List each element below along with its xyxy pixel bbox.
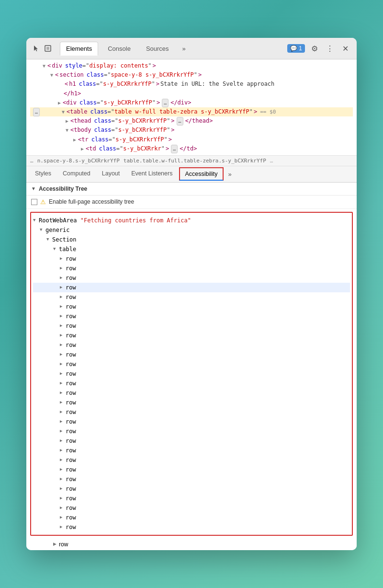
tree-node-row-7[interactable]: row bbox=[33, 311, 350, 321]
source-line-5[interactable]: <div class="s-y_bCXRrkrYfP" > … </div> bbox=[30, 98, 353, 107]
row20-triangle[interactable] bbox=[60, 438, 66, 444]
expand-triangle-1[interactable] bbox=[43, 62, 45, 70]
root-triangle[interactable] bbox=[33, 217, 39, 224]
source-line-3[interactable]: <h1 class="s-y_bCXRrkrYfP" > State in UR… bbox=[30, 80, 353, 89]
row25-triangle[interactable] bbox=[60, 485, 66, 492]
tree-node-row-15[interactable]: row bbox=[33, 388, 350, 398]
row19-triangle[interactable] bbox=[60, 428, 66, 435]
tree-node-row-6[interactable]: row bbox=[33, 302, 350, 311]
ellipsis-5[interactable]: … bbox=[162, 99, 169, 107]
tree-node-row-20[interactable]: row bbox=[33, 436, 350, 446]
row8-triangle[interactable] bbox=[60, 323, 66, 329]
row-last-triangle[interactable] bbox=[53, 541, 59, 548]
row3-triangle[interactable] bbox=[60, 275, 66, 281]
tree-node-root[interactable]: RootWebArea "Fetching countries from Afr… bbox=[33, 216, 350, 225]
ellipsis-7[interactable]: … bbox=[177, 117, 183, 126]
tree-node-row-24[interactable]: row bbox=[33, 474, 350, 484]
tree-node-row-22[interactable]: row bbox=[33, 455, 350, 465]
source-line-2[interactable]: <section class="space-y-8 s-y_bCXRrkrYfP… bbox=[30, 70, 353, 80]
row18-triangle[interactable] bbox=[60, 418, 66, 425]
tree-node-table[interactable]: table bbox=[33, 244, 350, 254]
expand-triangle-2[interactable] bbox=[50, 71, 53, 79]
tree-node-row-27[interactable]: row bbox=[33, 503, 350, 513]
row29-triangle[interactable] bbox=[60, 524, 66, 530]
inspect-icon[interactable] bbox=[44, 44, 52, 53]
source-line-7[interactable]: <thead class="s-y_bCXRrkrYfP" > … </thea… bbox=[30, 116, 353, 126]
sub-tab-more-btn[interactable]: » bbox=[225, 168, 235, 180]
settings-button[interactable]: ⚙ bbox=[309, 43, 320, 54]
breadcrumb-dots[interactable]: … bbox=[30, 158, 34, 164]
tree-node-row-19[interactable]: row bbox=[33, 427, 350, 436]
expand-triangle-9[interactable] bbox=[73, 136, 76, 144]
row22-triangle[interactable] bbox=[60, 457, 66, 463]
breadcrumb-item-1[interactable]: n.space-y-8.s-y_bCXRrkrYfP bbox=[37, 158, 120, 164]
cursor-icon[interactable] bbox=[32, 44, 41, 53]
message-badge[interactable]: 💬 1 bbox=[287, 44, 305, 53]
row6-triangle[interactable] bbox=[60, 303, 66, 310]
tree-node-row-2[interactable]: row bbox=[33, 264, 350, 273]
tree-node-row-9[interactable]: row bbox=[33, 331, 350, 340]
source-line-1[interactable]: <div style="display: contents" > bbox=[30, 61, 353, 70]
tree-node-row-17[interactable]: row bbox=[33, 407, 350, 417]
expand-triangle-8[interactable] bbox=[66, 127, 68, 134]
tab-styles[interactable]: Styles bbox=[30, 168, 56, 180]
row17-triangle[interactable] bbox=[60, 409, 66, 415]
tree-node-row-25[interactable]: row bbox=[33, 484, 350, 494]
tree-node-row-12[interactable]: row bbox=[33, 359, 350, 369]
row12-triangle[interactable] bbox=[60, 361, 66, 368]
tab-more-btn[interactable]: » bbox=[179, 42, 190, 55]
tree-node-row-28[interactable]: row bbox=[33, 513, 350, 522]
breadcrumb-item-2[interactable]: table.table.w-full.table-zebra.s-y_bCXRr… bbox=[124, 158, 266, 164]
tree-node-row-11[interactable]: row bbox=[33, 350, 350, 359]
row28-triangle[interactable] bbox=[60, 514, 66, 521]
row24-triangle[interactable] bbox=[60, 476, 66, 483]
tree-node-row-8[interactable]: row bbox=[33, 321, 350, 331]
tree-node-generic[interactable]: generic bbox=[33, 225, 350, 235]
section-triangle[interactable] bbox=[46, 236, 52, 243]
row5-triangle[interactable] bbox=[60, 294, 66, 300]
row13-triangle[interactable] bbox=[60, 370, 66, 377]
row16-triangle[interactable] bbox=[60, 399, 66, 406]
enable-checkbox[interactable] bbox=[31, 199, 37, 205]
generic-triangle[interactable] bbox=[40, 227, 45, 233]
row15-triangle[interactable] bbox=[60, 390, 66, 396]
source-line-10[interactable]: <td class="s-y_bCXRrkr" > … </td> bbox=[30, 144, 353, 153]
tab-event-listeners[interactable]: Event Listeners bbox=[126, 168, 177, 180]
tab-elements[interactable]: Elements bbox=[60, 42, 98, 56]
row9-triangle[interactable] bbox=[60, 332, 66, 339]
close-button[interactable]: ✕ bbox=[339, 43, 351, 54]
row14-triangle[interactable] bbox=[60, 380, 66, 387]
tab-accessibility[interactable]: Accessibility bbox=[179, 167, 223, 181]
row11-triangle[interactable] bbox=[60, 351, 66, 358]
more-options-button[interactable]: ⋮ bbox=[324, 43, 336, 54]
tree-node-row-26[interactable]: row bbox=[33, 494, 350, 503]
expand-triangle-7[interactable] bbox=[66, 117, 68, 125]
source-line-9[interactable]: <tr class="s-y_bCXRrkrYfP" > bbox=[30, 135, 353, 144]
tree-node-row-1[interactable]: row bbox=[33, 254, 350, 264]
tree-node-row-14[interactable]: row bbox=[33, 379, 350, 388]
source-line-8[interactable]: <tbody class="s-y_bCXRrkrYfP" > bbox=[30, 126, 353, 135]
tree-node-row-13[interactable]: row bbox=[33, 369, 350, 379]
tree-node-row-16[interactable]: row bbox=[33, 398, 350, 407]
tree-node-row-5[interactable]: row bbox=[33, 292, 350, 302]
row23-triangle[interactable] bbox=[60, 466, 66, 473]
expand-triangle-6[interactable] bbox=[62, 108, 65, 116]
row2-triangle[interactable] bbox=[60, 265, 66, 272]
accessibility-tree-triangle[interactable] bbox=[31, 186, 36, 191]
expand-triangle-5[interactable] bbox=[58, 99, 61, 107]
tree-node-row-10[interactable]: row bbox=[33, 340, 350, 350]
row7-triangle[interactable] bbox=[60, 313, 66, 320]
tree-node-row-18[interactable]: row bbox=[33, 417, 350, 427]
tab-layout[interactable]: Layout bbox=[97, 168, 125, 180]
ellipsis-10[interactable]: … bbox=[171, 145, 178, 153]
tree-node-row-29[interactable]: row bbox=[33, 522, 350, 532]
source-dot-left[interactable]: … bbox=[33, 108, 40, 116]
row10-triangle[interactable] bbox=[60, 342, 66, 348]
tree-node-row-23[interactable]: row bbox=[33, 465, 350, 474]
source-line-4[interactable]: </h1> bbox=[30, 89, 353, 98]
row4-triangle[interactable] bbox=[60, 284, 66, 291]
tree-node-row-4[interactable]: row bbox=[33, 283, 350, 292]
tab-console[interactable]: Console bbox=[102, 42, 136, 55]
tree-node-row-last[interactable]: row bbox=[26, 539, 357, 550]
row26-triangle[interactable] bbox=[60, 495, 66, 502]
